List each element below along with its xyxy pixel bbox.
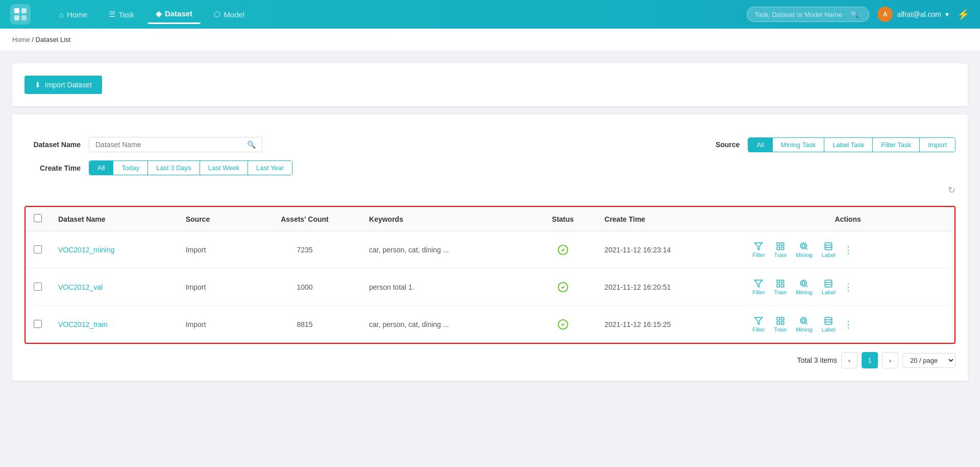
row-actions-2: Filter Train Mining Label ⋮ [749,314,946,335]
topnav-right: 🔍 A alfrat@al.com ▾ ⚡ [747,7,970,22]
language-icon[interactable]: ⚡ [957,8,970,20]
more-actions-icon-2[interactable]: ⋮ [842,317,855,332]
dataset-name-input-wrap[interactable]: 🔍 [89,137,262,152]
download-icon: ⬇ [35,81,41,89]
task-icon: ☰ [109,10,115,19]
row-keywords-1: person total 1. [361,269,529,306]
source-filter-label[interactable]: Label Task [824,138,873,152]
label-action-btn-0[interactable]: Label [819,240,839,260]
row-actions-0: Filter Train Mining Label ⋮ [749,240,946,260]
breadcrumb-home[interactable]: Home [12,36,30,43]
next-page-button[interactable]: › [882,352,898,368]
breadcrumb: Home / Dataset List [0,29,980,51]
total-items: Total 3 items [797,356,837,364]
svg-marker-29 [755,317,763,324]
label-action-btn-1[interactable]: Label [819,277,839,297]
search-icon: 🔍 [247,141,256,149]
dataset-table: Dataset Name Source Assets' Count Keywor… [26,207,954,343]
train-action-btn-0[interactable]: Train [771,240,790,260]
svg-rect-3 [21,15,27,20]
time-filter-3days[interactable]: Last 3 Days [148,161,200,175]
source-filter-filter[interactable]: Filter Task [873,138,920,152]
select-all-checkbox[interactable] [34,214,42,222]
dataset-name-link-1[interactable]: VOC2012_val [58,283,103,291]
import-card: ⬇ Import Dataset [12,63,968,106]
filter-action-btn-0[interactable]: Filter [749,240,768,260]
nav-items: ⌂ Home ☰ Task ◈ Dataset ⬡ Model [51,5,726,24]
mining-action-btn-0[interactable]: Mining [793,240,815,260]
per-page-select[interactable]: 20 / page 50 / page 100 / page [902,353,955,368]
dataset-table-wrap: Dataset Name Source Assets' Count Keywor… [24,206,955,344]
time-filter-today[interactable]: Today [113,161,148,175]
mining-action-btn-2[interactable]: Mining [793,314,815,335]
svg-rect-9 [777,247,779,250]
row-checkbox-2[interactable] [34,320,42,328]
svg-point-22 [801,280,807,286]
row-checkbox-1[interactable] [34,283,42,291]
svg-point-24 [802,282,805,285]
refresh-icon[interactable]: ↻ [948,184,955,196]
more-actions-icon-1[interactable]: ⋮ [842,279,855,295]
source-filter-group: All Mining Task Label Task Filter Task I… [748,137,955,152]
row-source-1: Import [178,269,249,306]
nav-dataset[interactable]: ◈ Dataset [148,5,201,24]
row-actions-1: Filter Train Mining Label ⋮ [749,277,946,297]
filter-action-btn-1[interactable]: Filter [749,277,768,297]
svg-rect-37 [825,317,832,324]
time-filter-all[interactable]: All [89,161,113,175]
user-menu[interactable]: A alfrat@al.com ▾ [877,7,949,22]
svg-marker-5 [755,243,763,250]
row-source-2: Import [178,306,249,343]
breadcrumb-current: Dataset List [36,36,71,43]
source-filter-mining[interactable]: Mining Task [773,138,824,152]
time-filter-week[interactable]: Last Week [200,161,248,175]
row-keywords-0: car, person, cat, dining ... [361,231,529,269]
more-actions-icon-0[interactable]: ⋮ [842,242,855,258]
row-create-time-1: 2021-11-12 16:20:51 [596,269,741,306]
label-action-btn-2[interactable]: Label [819,314,839,335]
nav-task[interactable]: ☰ Task [101,6,142,23]
create-time-label: Create Time [24,164,81,172]
train-action-btn-2[interactable]: Train [771,314,790,335]
page-1-button[interactable]: 1 [862,352,878,368]
table-row: VOC2012_train Import 8815 car, person, c… [26,306,954,343]
col-create-time: Create Time [596,207,741,231]
svg-rect-32 [781,322,783,324]
table-header: Dataset Name Source Assets' Count Keywor… [26,207,954,231]
row-create-time-2: 2021-11-12 16:15:25 [596,306,741,343]
app-logo [10,4,31,25]
nav-model[interactable]: ⬡ Model [206,6,253,23]
svg-rect-20 [781,285,783,287]
dataset-name-link-2[interactable]: VOC2012_train [58,320,108,329]
svg-rect-33 [777,322,779,324]
import-dataset-button[interactable]: ⬇ Import Dataset [24,76,102,94]
svg-rect-30 [777,317,779,320]
row-checkbox-0[interactable] [34,245,42,253]
time-filter-year[interactable]: Last Year [248,161,292,175]
filter-action-btn-2[interactable]: Filter [749,314,768,335]
source-label: Source [699,141,740,149]
global-search-box[interactable]: 🔍 [747,7,869,22]
global-search-input[interactable] [754,11,846,18]
prev-page-button[interactable]: ‹ [841,352,857,368]
source-filter-import[interactable]: Import [920,138,955,152]
dataset-name-input[interactable] [95,141,243,149]
pagination: Total 3 items ‹ 1 › 20 / page 50 / page … [24,344,955,368]
svg-line-23 [806,285,807,287]
svg-point-12 [802,244,805,247]
search-icon: 🔍 [850,10,859,18]
row-status-0 [529,231,596,269]
top-navigation: ⌂ Home ☰ Task ◈ Dataset ⬡ Model 🔍 A alfr… [0,0,980,29]
table-body: VOC2012_mining Import 7235 car, person, … [26,231,954,343]
row-status-1 [529,269,596,306]
svg-rect-18 [777,280,779,283]
svg-rect-21 [777,285,779,287]
train-action-btn-1[interactable]: Train [771,277,790,297]
filter-row-name-source: Dataset Name 🔍 Source All Mining Task La… [24,137,955,152]
nav-home[interactable]: ⌂ Home [51,6,95,23]
dataset-name-link-0[interactable]: VOC2012_mining [58,246,115,254]
source-filter-all[interactable]: All [748,138,772,152]
mining-action-btn-1[interactable]: Mining [793,277,815,297]
svg-rect-1 [21,8,27,13]
main-content: ⬇ Import Dataset Dataset Name 🔍 Source A… [0,51,980,401]
